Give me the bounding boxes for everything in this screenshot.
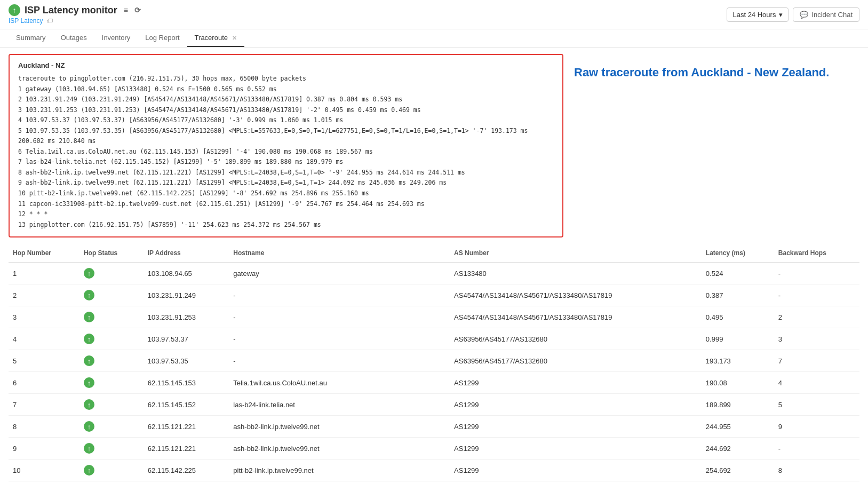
col-backward-hops: Backward Hops <box>774 244 859 263</box>
cell-hop-status: ↑ <box>79 263 144 284</box>
table-header-row: Hop Number Hop Status IP Address Hostnam… <box>9 244 859 263</box>
cell-latency: 189.899 <box>702 394 774 416</box>
raw-line: 4 103.97.53.37 (103.97.53.37) [AS63956/A… <box>18 115 554 126</box>
raw-line: 8 ash-bb2-link.ip.twelve99.net (62.115.1… <box>18 168 554 178</box>
menu-icon[interactable]: ≡ <box>124 6 128 14</box>
cell-hop-number: 6 <box>9 372 79 394</box>
cell-hop-status: ↑ <box>79 372 144 394</box>
cell-ip: 62.115.121.221 <box>144 416 229 438</box>
cell-backward-hops: - <box>774 263 859 284</box>
table-body: 1↑103.108.94.65gatewayAS1334800.524-2↑10… <box>9 263 859 483</box>
incident-chat-button[interactable]: 💬 Incident Chat <box>793 7 859 22</box>
raw-line: 13 pingplotter.com (216.92.151.75) [AS78… <box>18 220 554 231</box>
cell-hop-status: ↑ <box>79 328 144 350</box>
cell-hostname: ash-bb2-link.ip.twelve99.net <box>229 438 450 460</box>
cell-latency: 254.692 <box>702 460 774 481</box>
cell-hop-status: ↑ <box>79 350 144 372</box>
cell-hop-number: 3 <box>9 306 79 328</box>
cell-backward-hops: - <box>774 284 859 306</box>
header-subtitle-row: ISP Latency 🏷 <box>9 17 141 25</box>
cell-hop-status: ↑ <box>79 394 144 416</box>
status-up-icon: ↑ <box>84 355 94 366</box>
side-description-text: Raw traceroute from Auckland - New Zeala… <box>574 65 829 81</box>
cell-hop-number: 5 <box>9 350 79 372</box>
cell-as-number: AS63956/AS45177/AS132680 <box>450 350 702 372</box>
table-row: 7↑62.115.145.152las-b24-link.telia.netAS… <box>9 394 859 416</box>
table-row: 10↑62.115.142.225pitt-b2-link.ip.twelve9… <box>9 460 859 481</box>
time-range-dropdown[interactable]: Last 24 Hours ▾ <box>727 7 789 22</box>
cell-latency: 193.173 <box>702 350 774 372</box>
raw-traceroute-box: Auckland - NZ traceroute to pingplotter.… <box>9 54 563 237</box>
cell-hop-status: ↑ <box>79 438 144 460</box>
tab-outages[interactable]: Outages <box>53 29 94 47</box>
dropdown-arrow-icon: ▾ <box>779 11 783 19</box>
cell-latency: 0.524 <box>702 263 774 284</box>
cell-hostname: Telia.1wil.ca.us.ColoAU.net.au <box>229 372 450 394</box>
status-up-icon: ↑ <box>84 290 94 300</box>
isp-latency-link[interactable]: ISP Latency <box>9 17 43 25</box>
cell-hostname: - <box>229 306 450 328</box>
traceroute-table: Hop Number Hop Status IP Address Hostnam… <box>9 244 859 483</box>
cell-as-number: AS133480 <box>450 263 702 284</box>
cell-backward-hops: 5 <box>774 394 859 416</box>
tab-log-report[interactable]: Log Report <box>138 29 187 47</box>
cell-as-number: AS63956/AS45177/AS132680 <box>450 328 702 350</box>
cell-backward-hops: 2 <box>774 306 859 328</box>
cell-ip: 103.108.94.65 <box>144 263 229 284</box>
cell-ip: 103.231.91.253 <box>144 306 229 328</box>
tab-traceroute[interactable]: Traceroute ✕ <box>187 29 244 47</box>
incident-chat-label: Incident Chat <box>811 11 853 19</box>
cell-backward-hops: - <box>774 438 859 460</box>
col-hop-status: Hop Status <box>79 244 144 263</box>
cell-ip: 62.115.142.225 <box>144 460 229 481</box>
tab-summary[interactable]: Summary <box>9 29 53 47</box>
cell-as-number: AS45474/AS134148/AS45671/AS133480/AS1781… <box>450 284 702 306</box>
tab-inventory[interactable]: Inventory <box>94 29 138 47</box>
cell-as-number: AS1299 <box>450 416 702 438</box>
cell-ip: 103.231.91.249 <box>144 284 229 306</box>
table-row: 9↑62.115.121.221ash-bb2-link.ip.twelve99… <box>9 438 859 460</box>
cell-hostname: ash-bb2-link.ip.twelve99.net <box>229 416 450 438</box>
cell-hop-status: ↑ <box>79 416 144 438</box>
page-header: ↑ ISP Latency monitor ≡ ⟳ ISP Latency 🏷 … <box>0 0 868 29</box>
cell-latency: 244.955 <box>702 416 774 438</box>
table-row: 2↑103.231.91.249-AS45474/AS134148/AS4567… <box>9 284 859 306</box>
cell-hostname: - <box>229 328 450 350</box>
cell-hop-status: ↑ <box>79 306 144 328</box>
table-row: 5↑103.97.53.35-AS63956/AS45177/AS1326801… <box>9 350 859 372</box>
cell-hostname: gateway <box>229 263 450 284</box>
refresh-icon[interactable]: ⟳ <box>134 6 141 14</box>
cell-hostname: las-b24-link.telia.net <box>229 394 450 416</box>
raw-line: 1 gateway (103.108.94.65) [AS133480] 0.5… <box>18 84 554 95</box>
cell-as-number: AS1299 <box>450 438 702 460</box>
cell-ip: 103.97.53.35 <box>144 350 229 372</box>
navigation-tabs: Summary Outages Inventory Log Report Tra… <box>0 29 868 47</box>
cell-ip: 103.97.53.37 <box>144 328 229 350</box>
header-left: ↑ ISP Latency monitor ≡ ⟳ ISP Latency 🏷 <box>9 4 141 25</box>
cell-hostname: - <box>229 284 450 306</box>
cell-latency: 190.08 <box>702 372 774 394</box>
time-range-label: Last 24 Hours <box>732 11 776 19</box>
cell-backward-hops: 3 <box>774 328 859 350</box>
status-up-icon: ↑ <box>84 377 94 388</box>
tab-close-icon[interactable]: ✕ <box>232 35 237 41</box>
cell-latency: 0.495 <box>702 306 774 328</box>
cell-backward-hops: 7 <box>774 350 859 372</box>
cell-hop-number: 2 <box>9 284 79 306</box>
raw-line: 2 103.231.91.249 (103.231.91.249) [AS454… <box>18 94 554 105</box>
side-description: Raw traceroute from Auckland - New Zeala… <box>574 54 859 237</box>
cell-hop-number: 7 <box>9 394 79 416</box>
cell-hop-status: ↑ <box>79 284 144 306</box>
cell-as-number: AS1299 <box>450 460 702 481</box>
status-up-icon: ↑ <box>84 421 94 432</box>
cell-as-number: AS45474/AS134148/AS45671/AS133480/AS1781… <box>450 306 702 328</box>
raw-line: 10 pitt-b2-link.ip.twelve99.net (62.115.… <box>18 188 554 199</box>
raw-line: 3 103.231.91.253 (103.231.91.253) [AS454… <box>18 105 554 116</box>
col-latency: Latency (ms) <box>702 244 774 263</box>
main-content: Auckland - NZ traceroute to pingplotter.… <box>0 47 868 244</box>
cell-ip: 62.115.121.221 <box>144 438 229 460</box>
cell-hop-number: 8 <box>9 416 79 438</box>
cell-hop-number: 9 <box>9 438 79 460</box>
col-as-number: AS Number <box>450 244 702 263</box>
cell-latency: 0.999 <box>702 328 774 350</box>
